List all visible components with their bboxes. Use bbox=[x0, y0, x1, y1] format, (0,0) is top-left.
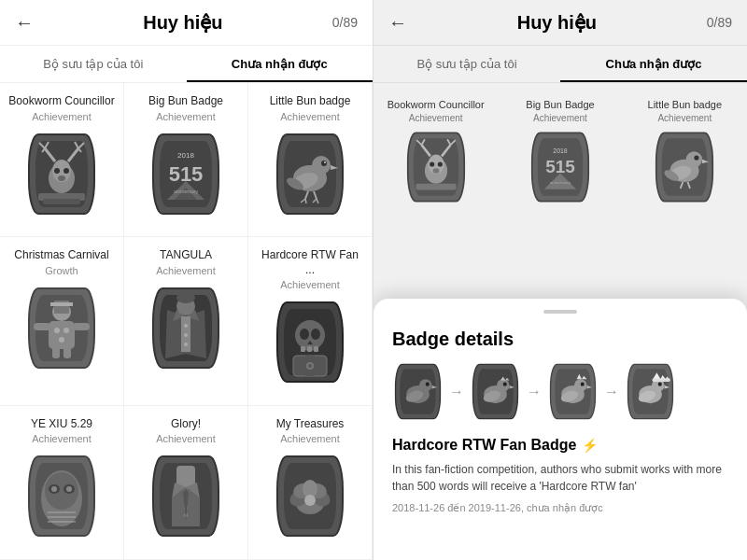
badge-category: Achievement bbox=[156, 111, 216, 122]
badge-lightning: ⚡ bbox=[582, 438, 598, 453]
svg-text:anniversary: anniversary bbox=[550, 180, 571, 185]
right-back-button[interactable]: ← bbox=[388, 12, 407, 34]
svg-point-49 bbox=[59, 337, 64, 343]
left-tabs: Bộ sưu tập của tôi Chưa nhận được bbox=[0, 46, 373, 83]
badge-detail-name: Hardcore RTW Fan Badge ⚡ bbox=[392, 437, 728, 454]
tab-not-received[interactable]: Chưa nhận được bbox=[187, 46, 374, 82]
badge-icon-christmas bbox=[24, 284, 99, 372]
right-tabs: Bộ sưu tập của tôi Chưa nhận được bbox=[374, 46, 747, 83]
svg-point-157 bbox=[574, 379, 587, 392]
left-header: ← Huy hiệu 0/89 bbox=[0, 0, 373, 46]
tab-my-collection[interactable]: Bộ sưu tập của tôi bbox=[0, 46, 187, 82]
badge-name: Bookworm Councillor bbox=[8, 94, 114, 109]
badge-icon-bigbun: 2018 515 anniversary bbox=[148, 130, 223, 218]
svg-point-12 bbox=[54, 168, 60, 174]
svg-point-119 bbox=[430, 162, 434, 167]
svg-point-61 bbox=[184, 333, 188, 337]
right-badge-bookworm[interactable]: Bookworm Councillor Achievement bbox=[374, 91, 498, 213]
svg-point-167 bbox=[658, 383, 662, 386]
right-tab-my-collection[interactable]: Bộ sưu tập của tôi bbox=[374, 46, 560, 82]
badge-icon-mytreasures bbox=[273, 452, 347, 540]
svg-text:2018: 2018 bbox=[553, 147, 567, 154]
svg-point-69 bbox=[300, 329, 309, 340]
svg-point-142 bbox=[419, 379, 432, 392]
right-icon-littlebun bbox=[652, 129, 717, 205]
badge-icon-bookworm bbox=[24, 130, 99, 218]
svg-point-70 bbox=[311, 329, 320, 340]
svg-rect-122 bbox=[416, 184, 456, 190]
svg-point-132 bbox=[686, 151, 702, 167]
svg-rect-46 bbox=[50, 302, 73, 306]
left-title: Huy hiệu bbox=[143, 11, 222, 34]
badge-name: My Treasures bbox=[276, 417, 345, 432]
svg-point-149 bbox=[497, 379, 510, 392]
badge-category: Achievement bbox=[280, 433, 340, 444]
badge-item-christmas[interactable]: Christmas Carnival Growth bbox=[0, 237, 124, 406]
badge-item-mytreasures[interactable]: My Treasures Achievement bbox=[248, 406, 373, 560]
svg-rect-42 bbox=[49, 321, 75, 349]
badge-category: Growth bbox=[45, 265, 78, 276]
badge-name: Hardcore RTW Fan ... bbox=[256, 248, 364, 277]
badge-name: Christmas Carnival bbox=[14, 248, 108, 263]
prog-arrow-3: → bbox=[604, 384, 619, 400]
prog-badge-1 bbox=[392, 361, 444, 422]
badge-category: Achievement bbox=[156, 265, 216, 276]
svg-point-144 bbox=[426, 383, 430, 386]
svg-rect-44 bbox=[73, 323, 90, 330]
prog-arrow-2: → bbox=[527, 384, 542, 400]
badge-icon-tangula bbox=[148, 284, 223, 372]
badge-progression: → → bbox=[392, 361, 728, 422]
right-badge-bigbun[interactable]: Big Bun Badge Achievement 2018 515 anniv… bbox=[498, 91, 622, 213]
badge-category: Achievement bbox=[32, 111, 92, 122]
badge-category: Achievement bbox=[32, 433, 92, 444]
svg-point-60 bbox=[184, 324, 188, 328]
svg-point-78 bbox=[308, 364, 312, 368]
svg-point-13 bbox=[63, 168, 69, 174]
sheet-handle[interactable] bbox=[543, 310, 577, 314]
badge-details-sheet: Badge details → bbox=[374, 299, 747, 560]
left-badge-grid: Bookworm Councillor Achievement bbox=[0, 83, 373, 560]
svg-line-35 bbox=[305, 199, 306, 203]
svg-point-159 bbox=[581, 383, 585, 386]
badge-name: YE XIU 5.29 bbox=[31, 417, 92, 432]
svg-point-27 bbox=[312, 156, 331, 175]
badge-name: Little Bun badge bbox=[270, 94, 351, 109]
svg-rect-73 bbox=[307, 346, 312, 352]
right-badge-category: Achievement bbox=[409, 113, 463, 123]
badge-item-glory[interactable]: Glory! Achievement bbox=[124, 406, 248, 560]
badge-item-bigbun[interactable]: Big Bun Badge Achievement 2018 515 anniv… bbox=[124, 83, 248, 237]
right-title: Huy hiệu bbox=[517, 11, 597, 34]
badge-name: Glory! bbox=[171, 417, 201, 432]
left-panel: ← Huy hiệu 0/89 Bộ sưu tập của tôi Chưa … bbox=[0, 0, 374, 560]
badge-item-yexiu[interactable]: YE XIU 5.29 Achievement bbox=[0, 406, 124, 560]
left-back-button[interactable]: ← bbox=[15, 12, 34, 34]
right-panel: ← Huy hiệu 0/89 Bộ sưu tập của tôi Chưa … bbox=[374, 0, 747, 560]
svg-point-135 bbox=[695, 156, 699, 161]
right-icon-bookworm bbox=[403, 129, 469, 205]
right-badge-category: Achievement bbox=[657, 113, 712, 123]
svg-rect-51 bbox=[63, 347, 71, 358]
badge-icon-littlebun bbox=[273, 130, 347, 218]
badge-item-bookworm[interactable]: Bookworm Councillor Achievement bbox=[0, 83, 124, 237]
svg-rect-169 bbox=[653, 378, 670, 381]
right-badge-littlebun[interactable]: Little Bun badge Achievement bbox=[623, 91, 747, 213]
badge-item-littlebun[interactable]: Little Bun badge Achievement bbox=[248, 83, 373, 237]
badge-item-tangula[interactable]: TANGULA Achievement bbox=[124, 237, 248, 406]
right-count: 0/89 bbox=[707, 15, 732, 30]
right-top-badges: Bookworm Councillor Achievement bbox=[374, 83, 747, 220]
prog-arrow-1: → bbox=[449, 384, 464, 400]
svg-point-14 bbox=[58, 175, 65, 181]
right-badge-name: Little Bun badge bbox=[648, 98, 723, 111]
svg-point-151 bbox=[503, 383, 507, 386]
svg-point-86 bbox=[66, 486, 72, 492]
right-tab-not-received[interactable]: Chưa nhận được bbox=[560, 46, 747, 82]
prog-badge-2 bbox=[470, 361, 521, 422]
right-badge-category: Achievement bbox=[533, 113, 587, 123]
right-header: ← Huy hiệu 0/89 bbox=[374, 0, 747, 46]
right-icon-bigbun: 2018 515 anniversary bbox=[528, 129, 593, 205]
svg-text:anniversary: anniversary bbox=[174, 189, 198, 194]
svg-point-85 bbox=[51, 486, 57, 492]
prog-badge-3 bbox=[547, 361, 599, 422]
badge-item-hardcore[interactable]: Hardcore RTW Fan ... Achievement bbox=[248, 237, 373, 406]
svg-point-47 bbox=[54, 328, 60, 333]
